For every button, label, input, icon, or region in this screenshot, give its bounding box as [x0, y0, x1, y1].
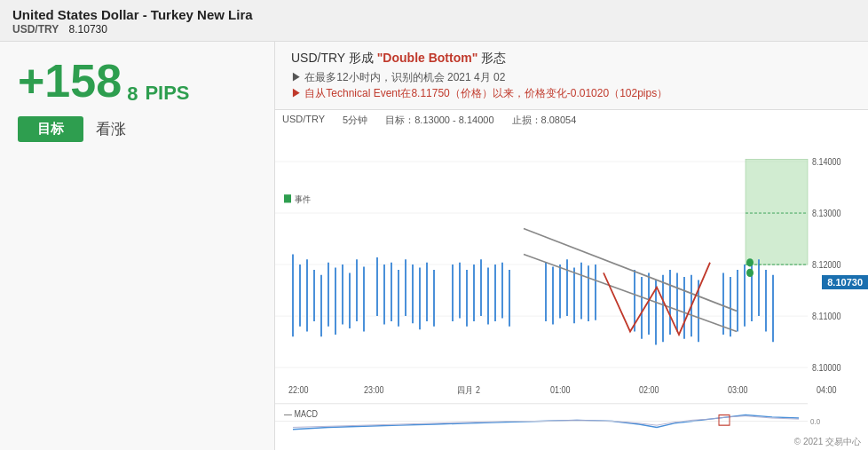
signal-info: USD/TRY 形成 "Double Bottom" 形态 ▶ 在最多12小时内… — [275, 42, 868, 110]
svg-text:事件: 事件 — [295, 194, 311, 205]
page-title: United States Dollar - Turkey New Lira — [12, 7, 856, 22]
signal-title-suffix: 形态 — [477, 51, 506, 65]
left-panel: +1588 PIPS 目标 看涨 — [0, 42, 275, 450]
svg-text:— MACD: — MACD — [284, 408, 318, 419]
svg-text:04:00: 04:00 — [817, 385, 837, 396]
svg-text:8.14000: 8.14000 — [812, 156, 841, 167]
svg-text:8.13000: 8.13000 — [812, 208, 841, 218]
chart-stop-loss: 止损：8.08054 — [512, 114, 577, 127]
chart-timeframe: 5分钟 — [343, 114, 367, 127]
svg-text:03:00: 03:00 — [728, 385, 748, 396]
svg-text:8.12000: 8.12000 — [812, 259, 841, 270]
chart-meta: USD/TRY 5分钟 目标：8.13000 - 8.14000 止损：8.08… — [282, 114, 806, 127]
svg-text:02:00: 02:00 — [639, 385, 659, 396]
header-subtitle: USD/TRY 8.10730 — [12, 23, 856, 36]
target-button[interactable]: 目标 — [18, 116, 83, 142]
signal-title-prefix: USD/TRY 形成 — [291, 51, 377, 65]
svg-text:0.0: 0.0 — [810, 416, 820, 426]
chart-target-range: 目标：8.13000 - 8.14000 — [385, 114, 493, 127]
current-price-header: 8.10730 — [69, 23, 107, 36]
chart-pair: USD/TRY — [282, 114, 325, 127]
signal-detail-2-text: ▶ 自从Technical Event在8.11750（价格）以来，价格变化-0… — [291, 86, 667, 101]
pips-label: PIPS — [145, 83, 189, 104]
signal-detail-1: ▶ 在最多12小时内，识别的机会 2021 4月 02 — [291, 70, 852, 85]
svg-text:8.10000: 8.10000 — [812, 362, 841, 373]
signal-pattern: "Double Bottom" — [377, 51, 478, 65]
svg-text:23:00: 23:00 — [364, 385, 384, 396]
svg-text:8.11000: 8.11000 — [812, 311, 841, 321]
signal-title: USD/TRY 形成 "Double Bottom" 形态 — [291, 51, 852, 67]
svg-point-78 — [746, 258, 754, 266]
right-panel: USD/TRY 形成 "Double Bottom" 形态 ▶ 在最多12小时内… — [275, 42, 868, 450]
currency-pair: USD/TRY — [12, 23, 59, 36]
svg-point-79 — [746, 269, 754, 277]
svg-rect-6 — [746, 160, 808, 264]
target-row: 目标 看涨 — [18, 116, 256, 142]
header: United States Dollar - Turkey New Lira U… — [0, 0, 868, 42]
copyright: © 2021 交易中心 — [794, 436, 861, 448]
pips-row: +1588 PIPS — [18, 58, 256, 104]
chart-svg: 8.14000 8.13000 8.12000 8.11000 8.10000 … — [275, 110, 868, 450]
pips-superscript: 8 — [127, 84, 138, 104]
pips-value: +158 — [18, 58, 122, 104]
signal-detail-2: ▶ 自从Technical Event在8.11750（价格）以来，价格变化-0… — [291, 86, 852, 101]
chart-area: USD/TRY 5分钟 目标：8.13000 - 8.14000 止损：8.08… — [275, 110, 868, 450]
price-badge: 8.10730 — [822, 275, 868, 289]
svg-text:01:00: 01:00 — [550, 385, 571, 396]
signal-detail-1-text: ▶ 在最多12小时内，识别的机会 2021 4月 02 — [291, 70, 505, 85]
bullish-label: 看涨 — [96, 119, 126, 139]
svg-rect-19 — [284, 194, 291, 202]
svg-text:22:00: 22:00 — [288, 385, 309, 396]
svg-text:四月 2: 四月 2 — [457, 385, 480, 396]
